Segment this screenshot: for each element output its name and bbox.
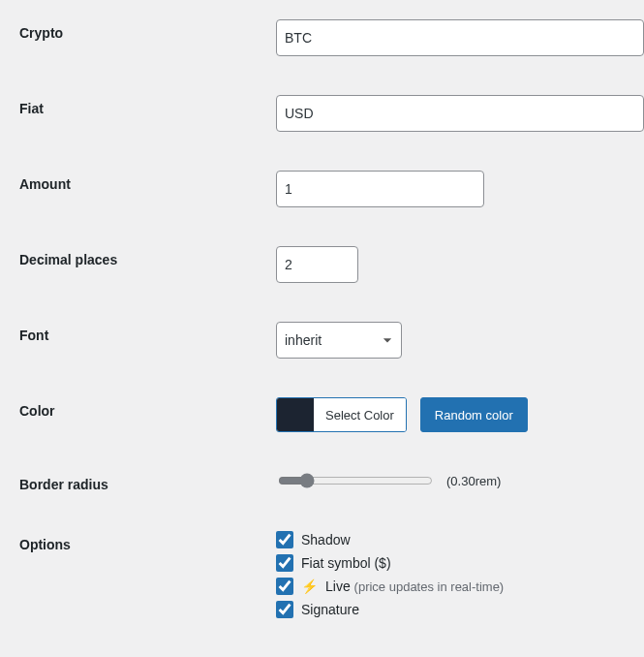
amount-input[interactable] xyxy=(276,171,484,207)
option-live[interactable]: ⚡ Live (price updates in real-time) xyxy=(276,578,634,595)
color-picker: Select Color xyxy=(276,397,407,432)
options-list: Shadow Fiat symbol ($) ⚡ Live (price upd… xyxy=(276,531,634,618)
row-amount: Amount xyxy=(0,151,644,227)
row-crypto: Crypto xyxy=(0,0,644,76)
crypto-input[interactable] xyxy=(276,19,644,56)
checkbox-fiat-symbol[interactable] xyxy=(276,554,293,572)
checkbox-shadow[interactable] xyxy=(276,531,293,548)
label-fiat: Fiat xyxy=(19,95,276,116)
option-signature[interactable]: Signature xyxy=(276,601,634,618)
lightning-icon: ⚡ xyxy=(301,579,318,594)
option-shadow-label: Shadow xyxy=(301,532,351,548)
option-fiat-symbol[interactable]: Fiat symbol ($) xyxy=(276,554,634,572)
option-shadow[interactable]: Shadow xyxy=(276,531,634,548)
label-amount: Amount xyxy=(19,171,276,192)
option-live-label: Live xyxy=(325,579,351,594)
border-radius-slider[interactable] xyxy=(278,473,433,488)
option-live-hint: (price updates in real-time) xyxy=(354,579,505,594)
row-border-radius: Border radius (0.30rem) xyxy=(0,452,644,512)
row-color: Color Select Color Random color xyxy=(0,378,644,452)
row-decimal-places: Decimal places xyxy=(0,227,644,302)
row-fiat: Fiat xyxy=(0,76,644,151)
border-radius-value: (0.30rem) xyxy=(446,474,501,488)
label-options: Options xyxy=(19,531,276,552)
option-fiat-symbol-label: Fiat symbol ($) xyxy=(301,555,391,571)
row-font: Font inherit xyxy=(0,302,644,378)
color-swatch[interactable] xyxy=(277,398,314,431)
label-crypto: Crypto xyxy=(19,19,276,41)
row-options: Options Shadow Fiat symbol ($) ⚡ Live (p… xyxy=(0,512,644,638)
font-select[interactable]: inherit xyxy=(276,322,402,359)
random-color-button[interactable]: Random color xyxy=(420,397,528,432)
checkbox-signature[interactable] xyxy=(276,601,293,618)
label-border-radius: Border radius xyxy=(19,471,276,492)
checkbox-live[interactable] xyxy=(276,578,293,595)
label-color: Color xyxy=(19,397,276,419)
label-decimal-places: Decimal places xyxy=(19,246,276,267)
option-signature-label: Signature xyxy=(301,602,359,617)
decimal-places-input[interactable] xyxy=(276,246,358,283)
settings-form: Crypto Fiat Amount Decimal places Font i… xyxy=(0,0,644,638)
select-color-button[interactable]: Select Color xyxy=(314,398,406,431)
label-font: Font xyxy=(19,322,276,343)
fiat-input[interactable] xyxy=(276,95,644,132)
